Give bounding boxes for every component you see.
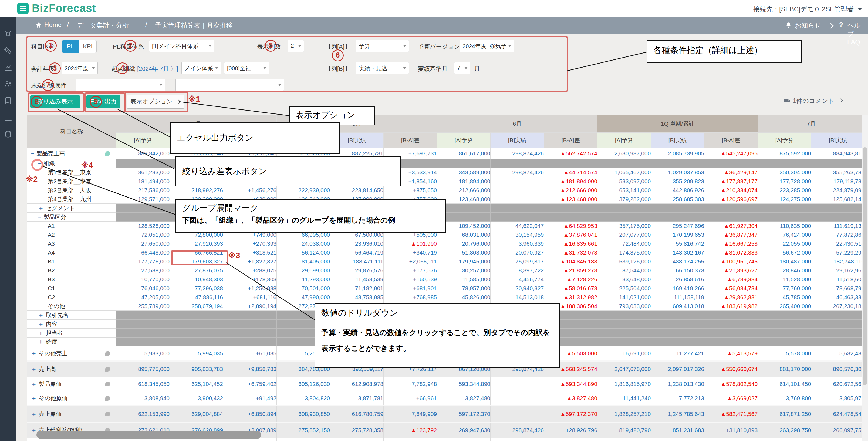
value-cell[interactable]: ▲37,876,041 [544,231,597,239]
expand-icon[interactable]: ＋ [31,366,37,372]
value-cell[interactable]: ▲123,468,000 [544,195,597,204]
value-cell[interactable]: 225,504,000 [597,284,651,293]
value-cell[interactable]: ▲3,827,480 [544,391,597,406]
breadcrumb-home[interactable]: Home [44,21,62,29]
value-cell[interactable]: ▲61,927,304 [704,222,758,231]
value-cell[interactable]: 11,441,240 [597,391,651,406]
value-cell[interactable]: 78,668,797 [811,284,865,293]
value-cell[interactable]: ▲120,596,697 [704,195,758,204]
value-cell[interactable]: ▲101,990 [384,239,437,248]
value-cell[interactable]: ▲183,619,982 [704,302,758,311]
value-cell[interactable]: 71,182,901 [330,284,384,293]
value-cell[interactable]: 1,245,785,643 [651,406,704,422]
value-cell[interactable]: 70,501,000 [277,284,330,293]
value-cell[interactable]: +160,539 [384,275,437,284]
expand-icon[interactable]: ＋ [38,339,44,345]
value-cell[interactable]: 597,172,370 [437,406,491,422]
value-cell[interactable]: 83,009,000 [597,438,651,441]
value-cell[interactable]: 26,858,616 [651,275,704,284]
value-cell[interactable]: 28,116,000 [437,438,491,441]
collapse-icon[interactable]: − [31,150,34,156]
value-cell[interactable]: +7,782,948 [384,377,437,391]
account-name-cell[interactable]: ＋売上原価 [27,406,116,422]
value-cell[interactable]: ▲562,742,574 [544,148,597,159]
value-cell[interactable]: 5,632,488 [811,346,865,361]
value-cell[interactable]: ▲210,334,074 [704,186,758,195]
value-cell[interactable]: 111,158,119 [651,293,704,302]
value-cell[interactable]: +9,858,783 [223,361,277,377]
value-cell[interactable]: 355,263,788 [811,168,865,177]
value-cell[interactable]: ▲36,877,347 [704,231,758,239]
account-name-cell[interactable]: 第3営業部__大阪 [27,186,116,195]
value-cell[interactable]: +875,650 [384,186,437,195]
value-cell[interactable]: 143,302,167 [651,248,704,257]
value-cell[interactable]: 4,456,774 [491,275,544,284]
value-cell[interactable]: 295,247,696 [651,222,704,231]
expand-icon[interactable]: ＋ [31,381,37,387]
value-cell[interactable]: 72,484,000 [597,239,651,248]
value-cell[interactable]: ▲29,862,881 [704,293,758,302]
value-cell[interactable]: 275,852,150 [277,422,330,438]
value-cell[interactable]: 1,065,467,000 [597,168,651,177]
report-icon[interactable] [4,97,12,105]
value-cell[interactable]: ▲578,802,540 [704,377,758,391]
value-cell[interactable]: 3,900,432 [170,391,223,406]
value-cell[interactable]: 265,400,000 [758,302,811,311]
value-cell[interactable]: 1,828,257,210 [597,406,651,422]
value-cell[interactable]: 881,170,000 [758,361,811,377]
value-cell[interactable]: ▲123,792 [384,422,437,438]
value-cell[interactable]: 20,796,000 [437,239,491,248]
value-cell[interactable]: 66,150,373 [651,266,704,275]
value-cell[interactable]: 3,804,820 [277,391,330,406]
value-cell[interactable]: +6,850,894 [223,406,277,422]
value-cell[interactable]: ▲212,666,000 [544,186,597,195]
value-cell[interactable]: +776,034 [384,438,437,441]
value-cell[interactable]: 76,424,000 [758,231,811,239]
vertical-scrollbar-thumb[interactable] [863,147,867,385]
value-cell[interactable]: 222,939,000 [277,186,330,195]
value-cell[interactable]: 258,679,194 [170,302,223,311]
value-cell[interactable]: +2,890,194 [223,302,277,311]
account-name-cell[interactable]: A2 [27,231,116,239]
value-cell[interactable]: 72,051,000 [116,231,170,239]
value-cell[interactable]: 28,846,000 [758,266,811,275]
value-cell[interactable]: 2,647,678,000 [597,361,651,377]
value-cell[interactable]: ▲181,894,000 [544,177,597,186]
value-cell[interactable]: 44,622,047 [491,222,544,231]
value-cell[interactable]: 179,118,783 [811,177,865,186]
account-name-cell[interactable]: ＋製品原価 [27,377,116,391]
value-cell[interactable]: 263,298,750 [758,422,811,438]
value-cell[interactable]: ▲25,998,266 [704,438,758,441]
value-cell[interactable]: +681,901 [384,284,437,293]
value-cell[interactable]: 27,920,393 [170,239,223,248]
value-cell[interactable]: 442,806,926 [651,186,704,195]
value-cell[interactable]: ▲16,667,258 [704,239,758,248]
value-cell[interactable]: 5,994,035 [170,346,223,361]
value-cell[interactable]: 177,728,000 [758,177,811,186]
value-cell[interactable]: 27,876,075 [170,266,223,275]
value-cell[interactable]: 56,672,000 [758,248,811,257]
value-cell[interactable]: 177,776,000 [116,257,170,266]
value-cell[interactable]: 7,772,213 [651,391,704,406]
value-cell[interactable]: 30,154,959 [491,231,544,239]
account-name-cell[interactable]: ＋内容 [27,320,116,329]
value-cell[interactable]: 5,933,000 [116,346,170,361]
value-cell[interactable]: 33,648,000 [597,275,651,284]
value-cell[interactable]: ▲104,845,183 [544,257,597,266]
value-cell[interactable]: 223,285,000 [758,186,811,195]
account-name-cell[interactable]: B1 [27,257,116,266]
admin-gears-icon[interactable] [4,47,12,55]
value-cell[interactable]: ▲21,859,278 [544,266,597,275]
expand-icon[interactable]: ＋ [31,395,37,401]
value-cell[interactable]: 653,141,000 [597,186,651,195]
value-cell[interactable]: 14,513,018 [491,293,544,302]
value-cell[interactable]: 141,021,000 [597,293,651,302]
value-cell[interactable]: 11,293,000 [277,275,330,284]
value-cell[interactable]: +28,926,796 [544,422,597,438]
value-cell[interactable]: 23,936,010 [330,239,384,248]
value-cell[interactable]: ▲5,413,579 [704,346,758,361]
comment-bubble-icon[interactable] [105,351,110,356]
value-cell[interactable]: +340,719 [384,248,437,257]
bar-chart-icon[interactable] [4,114,12,122]
value-cell[interactable]: ▲31,732,073 [544,248,597,257]
